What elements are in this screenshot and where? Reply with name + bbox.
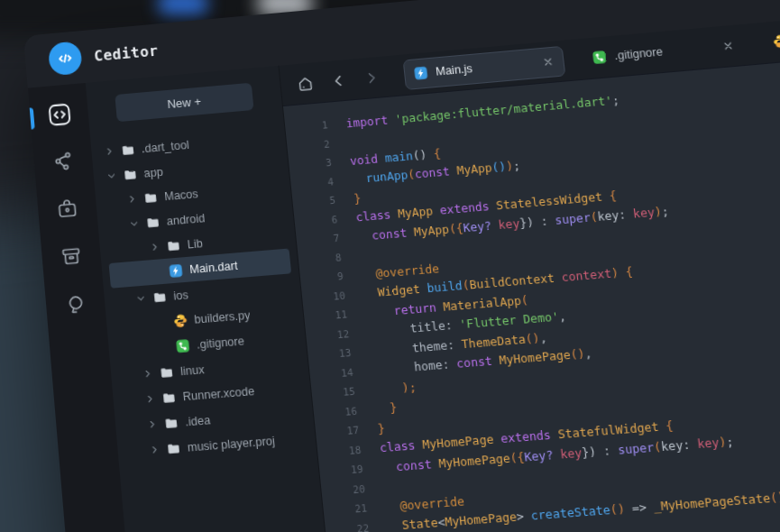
chevron-right-icon <box>149 445 160 455</box>
close-tab-button[interactable] <box>720 39 735 53</box>
line-number: 18 <box>317 443 381 459</box>
line-number: 21 <box>323 501 386 518</box>
git-branch-icon <box>51 150 76 177</box>
tree-item-label: app <box>143 165 163 179</box>
folder-icon <box>163 415 179 431</box>
file-tree: .dart_toolappMacosandroidLibMain.dartios… <box>97 124 308 464</box>
folder-icon <box>161 390 177 406</box>
activity-item-lightbulb[interactable] <box>61 292 89 320</box>
chevron-left-icon <box>328 71 347 90</box>
line-number: 14 <box>309 365 372 381</box>
line-number: 17 <box>316 423 379 439</box>
chevron-down-icon <box>129 218 140 229</box>
tree-item-label: Macos <box>164 187 199 202</box>
lightbulb-icon <box>63 292 87 320</box>
activity-item-git-branch[interactable] <box>50 150 78 178</box>
line-number: 22 <box>325 520 388 532</box>
window-body: New + .dart_toolappMacosandroidLibMain.d… <box>28 0 780 532</box>
archive-icon <box>60 244 84 272</box>
dart-file-icon <box>168 262 184 279</box>
tree-item-label: android <box>166 211 206 227</box>
line-number: 3 <box>289 155 351 171</box>
code-text: } <box>353 191 362 206</box>
indent-spacer <box>159 346 169 347</box>
line-number: 2 <box>287 136 349 152</box>
tab-label: Main.js <box>435 62 473 78</box>
git-file-icon <box>175 337 191 353</box>
background-blob <box>159 0 207 14</box>
python-file-icon <box>172 312 188 328</box>
chevron-right-icon <box>126 194 137 205</box>
tab-label: .gitignore <box>614 45 664 62</box>
dart-file-icon <box>413 65 429 81</box>
app-window: Ceditor New + .dart_toolappMacosandroidL… <box>23 0 780 532</box>
activity-item-archive[interactable] <box>58 244 86 272</box>
line-number: 1 <box>285 118 347 134</box>
tree-item-label: .idea <box>185 413 211 428</box>
app-logo <box>48 41 83 76</box>
line-number: 11 <box>304 307 366 324</box>
code-text: ); <box>373 380 418 397</box>
chevron-right-icon <box>362 69 381 87</box>
tree-item-label: Runner.xcode <box>182 384 255 403</box>
folder-icon <box>166 237 182 253</box>
briefcase-icon <box>55 197 79 224</box>
new-file-button[interactable]: New + <box>115 83 253 123</box>
folder-icon <box>120 142 136 158</box>
activity-item-briefcase[interactable] <box>53 197 81 225</box>
tree-item-label: .dart_tool <box>141 138 189 155</box>
chevron-down-icon <box>135 293 146 304</box>
python-file-icon <box>772 33 780 50</box>
folder-icon <box>142 189 159 206</box>
tree-item-label: Lib <box>187 236 203 251</box>
back-button[interactable] <box>326 69 350 92</box>
line-number: 10 <box>302 288 364 304</box>
chevron-down-icon <box>106 170 117 181</box>
code-editor[interactable]: 1import 'package:flutter/material.dart';… <box>283 41 780 532</box>
activity-item-code[interactable] <box>46 103 73 131</box>
line-number: 19 <box>319 462 382 478</box>
tree-item-label: builders.py <box>194 308 251 326</box>
tree-item-label: .gitignore <box>196 335 244 352</box>
code-logo-icon <box>54 48 76 69</box>
line-number: 16 <box>313 403 376 419</box>
chevron-right-icon <box>142 368 153 379</box>
indent-spacer <box>152 271 162 272</box>
tree-item-label: Main.dart <box>189 259 239 276</box>
folder-icon <box>165 440 181 456</box>
home-button[interactable] <box>293 71 317 95</box>
line-number: 15 <box>311 384 374 400</box>
tree-item-label: ios <box>173 288 189 302</box>
line-number: 8 <box>298 250 360 266</box>
tree-item-label: linux <box>179 362 205 378</box>
line-number: 13 <box>307 345 371 362</box>
folder-icon <box>159 364 175 381</box>
home-icon <box>295 74 314 93</box>
folder-icon <box>123 167 139 183</box>
indent-spacer <box>157 322 167 323</box>
code-text: } <box>377 421 385 436</box>
chevron-right-icon <box>149 242 160 252</box>
chevron-right-icon <box>144 393 155 404</box>
line-number: 6 <box>294 212 356 228</box>
line-number: 4 <box>290 174 353 190</box>
forward-button[interactable] <box>359 66 383 89</box>
tree-item-label: music player.proj <box>187 434 275 454</box>
line-number: 7 <box>296 231 358 247</box>
git-file-icon <box>592 50 609 66</box>
line-number: 9 <box>300 269 362 285</box>
chevron-right-icon <box>104 146 115 157</box>
chevron-right-icon <box>147 418 158 429</box>
folder-icon <box>151 289 168 305</box>
editor-pane: Main.js.gitignorebuilders.py 1import 'pa… <box>279 0 780 532</box>
line-number: 5 <box>292 193 354 209</box>
close-tab-button[interactable] <box>541 55 555 69</box>
line-number: 12 <box>306 326 369 343</box>
line-number: 20 <box>321 482 384 498</box>
app-title: Ceditor <box>93 41 159 64</box>
code-text: } <box>375 400 398 417</box>
active-tab-indicator <box>30 107 35 129</box>
folder-icon <box>145 215 161 231</box>
code-icon <box>45 100 74 133</box>
